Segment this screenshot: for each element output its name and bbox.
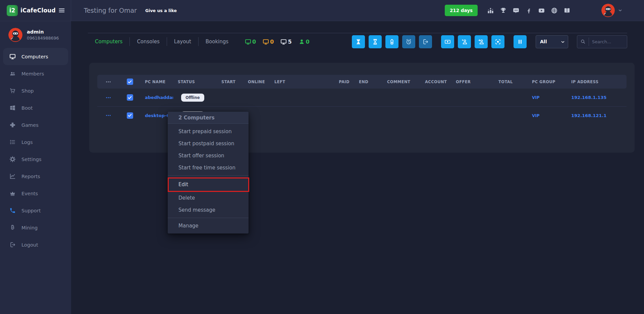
sidebar-item-reports[interactable]: Reports — [3, 168, 68, 185]
box-select-button[interactable] — [491, 35, 504, 48]
menu-item-edit[interactable]: Edit — [168, 177, 249, 192]
header-checkbox[interactable] — [127, 78, 133, 85]
sidebar-item-boot[interactable]: Boot — [3, 99, 68, 116]
ranking-icon[interactable] — [487, 7, 494, 14]
avatar[interactable] — [601, 4, 615, 17]
facebook-icon[interactable] — [525, 7, 532, 14]
menu-item-start-postpaid-session[interactable]: Start postpaid session — [168, 138, 249, 150]
give-us-a-like-link[interactable]: Give us a like — [145, 8, 177, 13]
person-star-button[interactable] — [458, 35, 471, 48]
bitcoin-icon — [9, 224, 16, 231]
column-header-ip_address: IP ADDRESS — [567, 80, 627, 84]
sidebar-item-label: Support — [21, 208, 41, 213]
user-menu[interactable] — [601, 4, 623, 17]
tab-consoles[interactable]: Consoles — [130, 39, 166, 45]
row-actions-icon[interactable] — [105, 95, 111, 101]
column-header-end: END — [354, 80, 382, 84]
person-icon — [299, 39, 305, 45]
monitor-icon — [9, 53, 16, 60]
book-icon[interactable] — [564, 7, 571, 14]
topbar-icon-links — [487, 7, 571, 14]
menu-item-start-free-time-session[interactable]: Start free time session — [168, 162, 249, 174]
status-badge: Offline — [181, 94, 204, 102]
tab-bookings[interactable]: Bookings — [199, 39, 235, 45]
hourglass-filled-button[interactable] — [352, 35, 365, 48]
globe-icon[interactable] — [551, 7, 558, 14]
sign-out-button[interactable] — [419, 35, 432, 48]
sidebar-item-settings[interactable]: Settings — [3, 151, 68, 168]
pause-button[interactable] — [514, 35, 527, 48]
monitor-icon — [263, 39, 269, 45]
status-counter-1: 0 — [245, 39, 256, 45]
menu-item-manage[interactable]: Manage — [168, 220, 249, 232]
button-group — [352, 35, 432, 48]
tab-computers[interactable]: Computers — [88, 39, 129, 45]
tab-layout[interactable]: Layout — [167, 39, 198, 45]
row-checkbox[interactable] — [127, 94, 133, 101]
sidebar-item-logs[interactable]: Logs — [3, 134, 68, 151]
sidebar-item-mining[interactable]: Mining — [3, 219, 68, 236]
youtube-icon[interactable] — [538, 7, 545, 14]
battery-icon — [389, 39, 395, 45]
search-input[interactable] — [589, 39, 627, 44]
sidebar-nav: ComputersMembersShopBootGamesLogsSetting… — [0, 48, 71, 253]
sidebar-item-computers[interactable]: Computers — [3, 48, 68, 65]
sidebar-item-logout[interactable]: Logout — [3, 236, 68, 253]
column-header-actions — [97, 79, 119, 85]
sidebar-item-members[interactable]: Members — [3, 65, 68, 82]
cell-select — [119, 94, 140, 101]
battery-button[interactable] — [385, 35, 398, 48]
menu-item-send-message[interactable]: Send message — [168, 204, 249, 216]
trophy-icon[interactable] — [500, 7, 507, 14]
hourglass-filled-icon — [355, 39, 362, 45]
dots-icon — [105, 79, 111, 85]
menu-toggle-icon[interactable] — [58, 7, 65, 14]
menu-item-start-offer-session[interactable]: Start offer session — [168, 150, 249, 162]
column-header-total: TOTAL — [494, 80, 527, 84]
cart-icon — [9, 88, 16, 94]
menu-item-delete[interactable]: Delete — [168, 192, 249, 204]
sidebar-item-games[interactable]: Games — [3, 116, 68, 134]
cell-pc_name: abedhaddara — [140, 95, 173, 100]
alarm-button[interactable] — [402, 35, 415, 48]
gamepad-icon — [9, 122, 16, 128]
status-counter-2: 0 — [263, 39, 274, 45]
sidebar-item-label: Events — [21, 191, 38, 196]
column-header-account: ACCOUNT — [420, 80, 451, 84]
column-header-offer: OFFER — [451, 80, 494, 84]
app-title: iCafeCloud — [20, 7, 56, 14]
column-header-status: STATUS — [173, 80, 217, 84]
hourglass-button[interactable] — [369, 35, 382, 48]
person-plus-button[interactable] — [475, 35, 488, 48]
banknote-button[interactable] — [441, 35, 454, 48]
context-menu-title: 2 Computers — [168, 112, 249, 124]
sidebar-item-events[interactable]: Events — [3, 185, 68, 202]
cell-ip_address: 192.168.1.135 — [567, 95, 627, 100]
context-menu-group: EditDeleteSend message — [168, 175, 249, 218]
ip-address-link[interactable]: 192.168.1.135 — [571, 95, 606, 100]
computer-filter-select[interactable]: All — [536, 35, 568, 48]
pc-name-link[interactable]: desktop-6j — [145, 113, 171, 118]
sidebar-item-support[interactable]: Support — [3, 202, 68, 219]
pc-group-link[interactable]: VIP — [532, 113, 540, 118]
counter-value: 0 — [306, 39, 310, 45]
column-header-left: LEFT — [270, 80, 315, 84]
pc-name-link[interactable]: abedhaddara — [145, 95, 173, 100]
cell-ip_address: 192.168.121.1 — [567, 113, 627, 118]
menu-item-start-prepaid-session[interactable]: Start prepaid session — [168, 125, 249, 138]
row-actions-icon[interactable] — [105, 112, 111, 118]
sidebar-item-label: Computers — [21, 54, 48, 59]
cell-actions — [97, 95, 119, 101]
ip-address-link[interactable]: 192.168.121.1 — [571, 113, 606, 118]
sidebar-item-shop[interactable]: Shop — [3, 82, 68, 99]
logout-icon — [9, 242, 16, 248]
cell-actions — [97, 112, 119, 118]
column-header-paid: PAID — [315, 80, 354, 84]
row-checkbox[interactable] — [127, 112, 133, 119]
subscription-days-button[interactable]: 212 days — [445, 5, 478, 16]
discord-icon[interactable] — [513, 7, 520, 14]
sidebar-item-label: Members — [21, 71, 44, 76]
pc-group-link[interactable]: VIP — [532, 95, 540, 100]
sidebar-item-label: Logout — [21, 242, 38, 248]
context-menu-group: Manage — [168, 218, 249, 233]
